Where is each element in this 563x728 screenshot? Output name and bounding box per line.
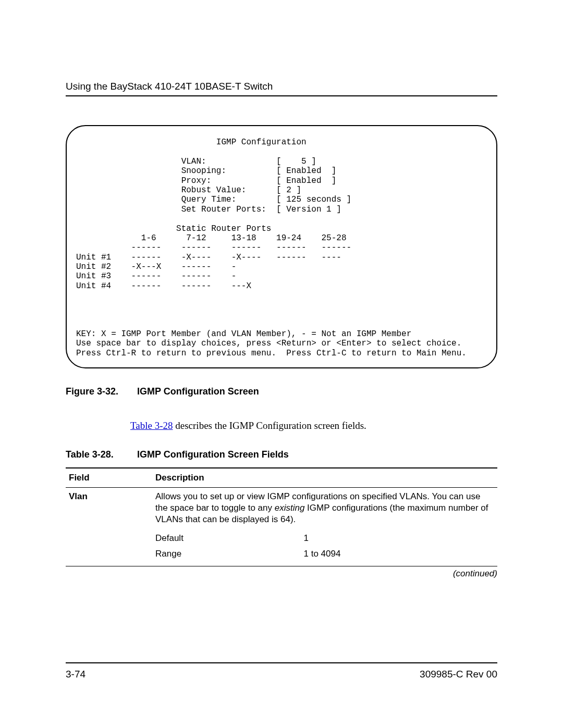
page-number: 3-74: [66, 669, 85, 680]
th-description: Description: [152, 468, 497, 488]
cell-description: Allows you to set up or view IGMP config…: [152, 487, 497, 565]
continued-label: (continued): [66, 566, 497, 579]
doc-revision: 309985-C Rev 00: [420, 669, 497, 680]
sub-label: Range: [155, 546, 304, 562]
terminal-screen: IGMP Configuration VLAN: [ 5 ] Snooping:…: [66, 125, 497, 368]
footer-rule: [66, 662, 497, 663]
paragraph-tail: describes the IGMP Configuration screen …: [173, 420, 366, 431]
sub-value: 1 to 4094: [304, 546, 494, 562]
sub-row: Default 1: [155, 530, 494, 546]
desc-em: existing: [275, 503, 305, 513]
sub-label: Default: [155, 530, 304, 546]
table-label: Table 3-28.: [66, 449, 134, 460]
table-header-row: Field Description: [66, 468, 497, 488]
header-rule: [66, 95, 497, 96]
running-header: Using the BayStack 410-24T 10BASE-T Swit…: [66, 81, 497, 92]
page: Using the BayStack 410-24T 10BASE-T Swit…: [0, 0, 563, 728]
table-row: Vlan Allows you to set up or view IGMP c…: [66, 487, 497, 565]
cell-field: Vlan: [66, 487, 152, 565]
figure-title: IGMP Configuration Screen: [137, 386, 259, 397]
fields-table: Field Description Vlan Allows you to set…: [66, 467, 497, 565]
table-title: IGMP Configuration Screen Fields: [137, 449, 289, 460]
sub-table: Default 1 Range 1 to 4094: [155, 530, 494, 562]
figure-caption: Figure 3-32. IGMP Configuration Screen: [66, 386, 497, 397]
table-caption: Table 3-28. IGMP Configuration Screen Fi…: [66, 449, 497, 460]
sub-value: 1: [304, 530, 494, 546]
figure-label: Figure 3-32.: [66, 386, 134, 397]
body-paragraph: Table 3-28 describes the IGMP Configurat…: [130, 420, 497, 431]
footer: 3-74 309985-C Rev 00: [66, 662, 497, 680]
th-field: Field: [66, 468, 152, 488]
table-link[interactable]: Table 3-28: [130, 420, 173, 431]
sub-row: Range 1 to 4094: [155, 546, 494, 562]
